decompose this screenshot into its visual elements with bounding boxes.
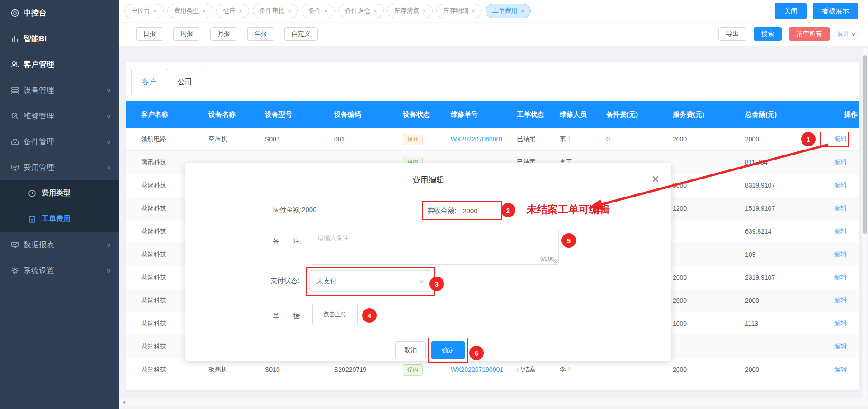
devices-icon xyxy=(10,85,20,95)
sidebar-item[interactable]: 客户管理 xyxy=(0,52,119,77)
vertical-scrollbar-thumb[interactable] xyxy=(863,55,867,234)
sidebar-item-label: 数据报表 xyxy=(24,240,54,250)
edit-link[interactable]: 编辑 xyxy=(834,227,847,235)
repair-order-link[interactable]: WX202207190001 xyxy=(451,366,503,373)
close-icon[interactable]: × xyxy=(472,8,475,14)
period-button[interactable]: 自定义 xyxy=(284,27,318,41)
edit-link[interactable]: 编辑 xyxy=(834,135,847,143)
confirm-button[interactable]: 确定 xyxy=(431,341,465,359)
sidebar-item[interactable]: 维修管理 ∨ xyxy=(0,103,119,129)
cell-parts-fee: 0 xyxy=(606,136,673,143)
close-icon[interactable]: ✕ xyxy=(651,174,660,184)
cell-device: 板翘机 xyxy=(208,366,265,374)
sidebar-subitem[interactable]: 工单费用 xyxy=(0,206,119,232)
panel-tab[interactable]: 公司 xyxy=(167,69,203,94)
close-icon[interactable]: × xyxy=(521,8,524,14)
resize-handle-icon[interactable] xyxy=(553,259,557,263)
sidebar-subitem-label: 工单费用 xyxy=(42,214,71,224)
fees-icon xyxy=(10,163,20,173)
sidebar-item[interactable]: 数据报表 ∨ xyxy=(0,232,119,258)
cell-service-fee: 2000 xyxy=(673,136,745,143)
horizontal-scrollbar[interactable]: ◄ xyxy=(119,398,868,406)
page-tag[interactable]: 备件审批 × xyxy=(253,4,298,18)
edit-link[interactable]: 编辑 xyxy=(834,366,847,374)
page-tag-label: 工单费用 xyxy=(492,7,518,15)
page-tag[interactable]: 费用类型 × xyxy=(167,4,213,18)
search-button[interactable]: 搜索 xyxy=(754,27,782,41)
period-button[interactable]: 日报 xyxy=(136,27,163,41)
cell-service-fee: 1200 xyxy=(673,205,745,212)
cell-total: 109 xyxy=(745,251,802,258)
close-icon[interactable]: × xyxy=(373,8,377,14)
cancel-button[interactable]: 取消 xyxy=(395,341,426,359)
sidebar-subitem[interactable]: 费用类型 xyxy=(0,180,119,206)
chevron-down-icon: ∨ xyxy=(851,31,856,37)
edit-link[interactable]: 编辑 xyxy=(834,273,847,282)
page-tag[interactable]: 中控台 × xyxy=(124,4,164,18)
export-button[interactable]: 导出 xyxy=(718,27,746,41)
page-tag[interactable]: 库存清点 × xyxy=(387,4,433,18)
sidebar-item[interactable]: 备件管理 ∨ xyxy=(0,129,119,155)
page-tag[interactable]: 工单费用 × xyxy=(486,4,531,18)
page-tag[interactable]: 备件 × xyxy=(302,4,335,18)
column-header: 操作 xyxy=(802,101,859,128)
edit-link[interactable]: 编辑 xyxy=(834,204,847,212)
sidebar-subitem-label: 费用类型 xyxy=(42,188,71,198)
period-button[interactable]: 周报 xyxy=(173,27,200,41)
period-buttons: 日报周报月报年报自定义 xyxy=(119,27,318,41)
upload-button[interactable]: 点击上传 xyxy=(312,304,358,325)
edit-link[interactable]: 编辑 xyxy=(834,181,847,189)
scroll-left-arrow-icon[interactable]: ◄ xyxy=(119,400,126,404)
char-counter: 0/200 xyxy=(540,256,554,262)
close-icon[interactable]: × xyxy=(423,8,426,14)
close-icon[interactable]: × xyxy=(288,8,292,14)
edit-link[interactable]: 编辑 xyxy=(834,158,847,166)
page-tag-label: 中控台 xyxy=(131,7,150,15)
sidebar-item[interactable]: 设备管理 ∨ xyxy=(0,77,119,103)
vertical-scrollbar[interactable] xyxy=(863,47,867,400)
cell-repairer: 李工 xyxy=(560,135,606,143)
edit-link[interactable]: 编辑 xyxy=(834,296,847,305)
tags-bar: 中控台 ×费用类型 ×仓库 ×备件审批 ×备件 ×备件返仓 ×库存清点 ×库存明… xyxy=(119,0,868,22)
panel-tab[interactable]: 客户 xyxy=(131,69,167,94)
column-header: 设备状态 xyxy=(403,110,451,119)
pay-status-value: 未支付 xyxy=(316,277,337,286)
page-tag[interactable]: 备件返仓 × xyxy=(338,4,384,18)
page-tag[interactable]: 库存明细 × xyxy=(436,4,482,18)
period-button[interactable]: 月报 xyxy=(210,27,237,41)
page-tag[interactable]: 仓库 × xyxy=(216,4,249,18)
sidebar-item[interactable]: 系统设置 ∨ xyxy=(0,258,119,283)
sidebar-item[interactable]: 中控台 xyxy=(0,0,119,26)
close-icon[interactable]: × xyxy=(324,8,328,14)
customers-icon xyxy=(10,60,20,70)
device-status-badge: 保内 xyxy=(403,364,423,376)
remark-placeholder: 请输入备注 xyxy=(317,234,349,242)
cell-customer: 花篮科技 xyxy=(126,366,208,374)
board-display-button[interactable]: 看板展示 xyxy=(813,3,858,19)
cell-total: 1113 xyxy=(745,320,802,327)
received-amount-value: 2000 xyxy=(462,207,477,215)
close-icon[interactable]: × xyxy=(239,8,242,14)
close-icon[interactable]: × xyxy=(153,8,157,14)
sidebar-item-label: 设备管理 xyxy=(24,85,54,95)
edit-link[interactable]: 编辑 xyxy=(834,250,847,259)
period-button[interactable]: 年报 xyxy=(247,27,274,41)
cell-customer: 领航电路 xyxy=(126,135,208,143)
clear-all-button[interactable]: 清空所有 xyxy=(789,27,830,41)
edit-link[interactable]: 编辑 xyxy=(834,343,847,351)
received-amount-field[interactable]: 实收金额: 2000 xyxy=(422,201,502,220)
cell-service-fee: 8000 xyxy=(673,182,745,189)
close-icon[interactable]: × xyxy=(203,8,206,14)
pay-status-select[interactable]: 未支付 ∨ xyxy=(309,270,431,292)
repair-order-link[interactable]: WX202207060001 xyxy=(451,136,503,143)
edit-link[interactable]: 编辑 xyxy=(834,320,847,328)
expand-label: 展开 xyxy=(837,30,849,38)
close-page-button[interactable]: 关闭 xyxy=(775,3,807,19)
sidebar-item[interactable]: 费用管理 ∧ xyxy=(0,155,119,180)
cell-total: 2000 xyxy=(745,297,802,304)
expand-toggle[interactable]: 展开 ∨ xyxy=(837,30,855,38)
remark-textarea[interactable]: 请输入备注 0/200 xyxy=(311,230,559,265)
sidebar-item-label: 系统设置 xyxy=(24,265,54,276)
panel-tabs: 客户公司 xyxy=(126,69,859,94)
sidebar-item[interactable]: 智能BI xyxy=(0,26,119,52)
